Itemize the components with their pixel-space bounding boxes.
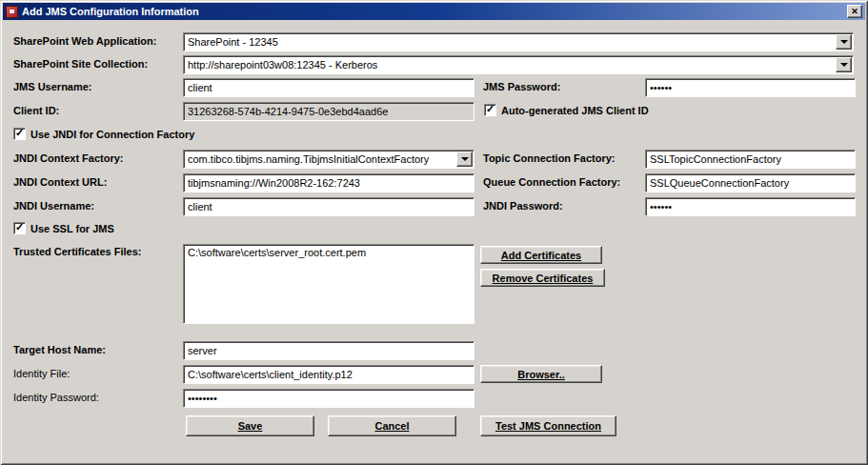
identity-file-input[interactable] — [183, 365, 474, 384]
site-collection-combobox[interactable]: http://sharepoint03w08:12345 - Kerberos — [183, 55, 854, 74]
auto-client-id-label[interactable]: Auto-generated JMS Client ID — [501, 105, 649, 116]
checkmark-icon: ✓ — [15, 221, 24, 233]
use-jndi-label[interactable]: Use JNDI for Connection Factory — [30, 129, 194, 140]
jms-username-label: JMS Username: — [13, 81, 92, 92]
trusted-certs-label: Trusted Certificates Files: — [13, 246, 142, 257]
jndi-password-input[interactable] — [645, 197, 856, 216]
use-ssl-label[interactable]: Use SSL for JMS — [30, 223, 114, 234]
jndi-password-label: JNDI Password: — [483, 200, 563, 212]
cancel-button[interactable]: Cancel — [328, 415, 456, 436]
site-collection-label: SharePoint Site Collection: — [13, 58, 148, 70]
jndi-context-url-input[interactable] — [183, 173, 474, 192]
target-host-input[interactable] — [183, 341, 474, 360]
topic-factory-label: Topic Connection Factory: — [483, 152, 616, 164]
add-certificates-button[interactable]: Add Certificates — [480, 246, 602, 264]
target-host-label: Target Host Name: — [13, 344, 106, 355]
window-title: Add JMS Configuration Information — [22, 6, 847, 17]
jndi-context-factory-label: JNDI Context Factory: — [13, 152, 124, 164]
client-id-label: Client ID: — [13, 105, 59, 116]
jndi-username-input[interactable] — [183, 197, 474, 216]
identity-file-label: Identity File: — [13, 368, 70, 379]
site-collection-value: http://sharepoint03w08:12345 - Kerberos — [184, 59, 836, 71]
auto-client-id-checkbox[interactable]: ✓ — [484, 104, 496, 116]
dialog-window: Add JMS Configuration Information ✕ Shar… — [0, 0, 868, 465]
jms-username-input[interactable] — [183, 78, 474, 97]
app-icon — [6, 6, 18, 18]
dropdown-arrow-icon[interactable] — [836, 57, 852, 72]
jndi-context-factory-combobox[interactable]: com.tibco.tibjms.naming.TibjmsInitialCon… — [183, 150, 474, 169]
web-app-value: SharePoint - 12345 — [184, 36, 836, 48]
checkmark-icon: ✓ — [15, 127, 24, 139]
identity-password-input[interactable] — [183, 389, 474, 408]
queue-factory-label: Queue Connection Factory: — [483, 176, 620, 188]
jms-password-input[interactable] — [645, 78, 856, 97]
dropdown-arrow-icon[interactable] — [456, 152, 473, 167]
title-bar[interactable]: Add JMS Configuration Information ✕ — [3, 3, 865, 20]
use-jndi-checkbox[interactable]: ✓ — [13, 128, 26, 140]
queue-factory-input[interactable] — [645, 173, 856, 192]
client-id-input — [183, 102, 474, 121]
topic-factory-input[interactable] — [645, 150, 856, 169]
web-app-combobox[interactable]: SharePoint - 12345 — [183, 32, 854, 51]
checkmark-icon: ✓ — [486, 103, 495, 115]
save-button[interactable]: Save — [186, 415, 314, 436]
web-app-label: SharePoint Web Application: — [13, 35, 156, 47]
identity-password-label: Identity Password: — [13, 392, 99, 403]
jndi-username-label: JNDI Username: — [13, 200, 94, 212]
test-jms-connection-button[interactable]: Test JMS Connection — [480, 415, 616, 436]
close-icon: ✕ — [851, 7, 858, 16]
jndi-context-url-label: JNDI Context URL: — [13, 176, 107, 188]
trusted-certs-textarea[interactable]: C:\software\certs\server_root.cert.pem — [183, 244, 474, 324]
remove-certificates-button[interactable]: Remove Certificates — [480, 269, 605, 287]
use-ssl-checkbox[interactable]: ✓ — [13, 222, 26, 234]
browser-button[interactable]: Browser.. — [480, 365, 602, 383]
close-button[interactable]: ✕ — [847, 5, 862, 18]
dropdown-arrow-icon[interactable] — [836, 34, 852, 50]
jndi-context-factory-value: com.tibco.tibjms.naming.TibjmsInitialCon… — [184, 153, 456, 165]
jms-password-label: JMS Password: — [483, 81, 560, 92]
